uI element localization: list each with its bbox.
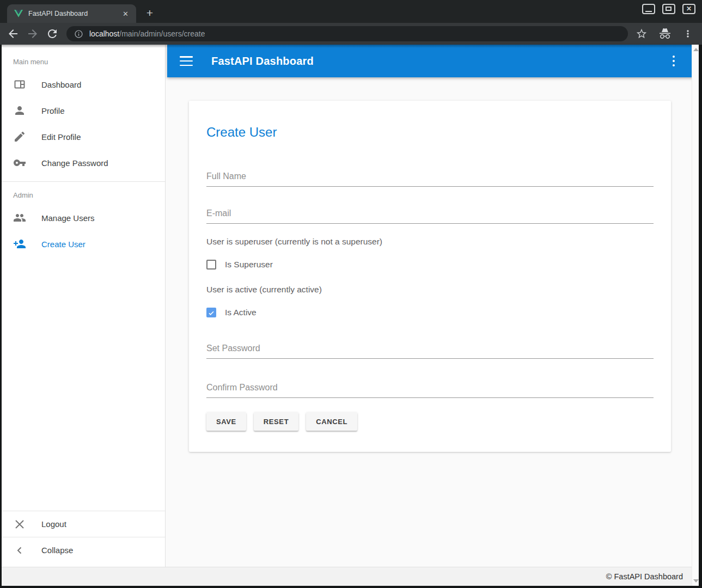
people-icon (13, 211, 26, 224)
tab-close-icon[interactable]: ✕ (120, 9, 131, 19)
browser-tab[interactable]: FastAPI Dashboard ✕ (7, 4, 136, 23)
url-path: /main/admin/users/create (119, 29, 205, 38)
pencil-icon (13, 130, 26, 143)
chevron-left-icon (13, 544, 26, 557)
cancel-button[interactable]: CANCEL (306, 412, 357, 431)
form-buttons: SAVE RESET CANCEL (206, 412, 654, 431)
url-text: localhost/main/admin/users/create (89, 29, 205, 38)
appbar-overflow-menu-icon[interactable] (670, 53, 677, 69)
address-bar[interactable]: localhost/main/admin/users/create (66, 26, 628, 41)
browser-toolbar: localhost/main/admin/users/create (0, 23, 702, 45)
sidebar-item-collapse[interactable]: Collapse (2, 537, 165, 563)
full-name-field[interactable] (206, 170, 654, 187)
page-title: Create User (206, 124, 654, 140)
sidebar-header-admin: Admin (2, 182, 165, 205)
save-button[interactable]: SAVE (206, 412, 246, 431)
minimize-icon (645, 11, 652, 12)
appbar: FastAPI Dashboard (167, 45, 693, 77)
sidebar-item-label: Collapse (41, 546, 73, 555)
sidebar-item-edit-profile[interactable]: Edit Profile (2, 124, 165, 150)
sidebar-item-logout[interactable]: Logout (2, 511, 165, 537)
vue-favicon-icon (14, 10, 23, 17)
tab-title: FastAPI Dashboard (28, 10, 120, 17)
browser-menu-icon[interactable] (682, 28, 693, 39)
maximize-icon (666, 7, 672, 11)
logout-x-icon (13, 518, 26, 531)
refresh-icon[interactable] (46, 27, 59, 40)
appbar-title: FastAPI Dashboard (211, 55, 314, 68)
incognito-icon (658, 27, 672, 40)
page-viewport: Main menu Dashboard Profile Edit Profile… (0, 45, 702, 588)
sidebar-item-label: Edit Profile (41, 132, 81, 142)
sidebar-item-create-user[interactable]: Create User (2, 231, 165, 257)
browser-titlebar: FastAPI Dashboard ✕ + ✕ (0, 0, 702, 23)
back-icon[interactable] (7, 27, 20, 40)
scrollbar-down-arrow[interactable] (693, 579, 699, 583)
confirm-password-field[interactable] (206, 382, 654, 398)
is-active-checkbox[interactable] (206, 308, 216, 317)
active-hint: User is active (currently active) (206, 285, 654, 295)
sidebar-item-label: Logout (41, 519, 66, 529)
sidebar-item-manage-users[interactable]: Manage Users (2, 205, 165, 231)
is-active-label: Is Active (225, 308, 257, 317)
reset-button[interactable]: RESET (254, 412, 298, 431)
sidebar-item-change-password[interactable]: Change Password (2, 150, 165, 176)
active-checkbox-row: Is Active (206, 308, 654, 317)
hamburger-menu-icon[interactable] (180, 56, 193, 66)
footer: © FastAPI Dashboard (2, 567, 692, 586)
bookmark-star-icon[interactable] (636, 28, 648, 40)
sidebar-header-main-menu: Main menu (2, 45, 165, 71)
footer-copyright: © FastAPI Dashboard (606, 567, 683, 586)
sidebar-item-label: Dashboard (41, 80, 81, 89)
key-icon (13, 156, 26, 169)
person-icon (13, 104, 26, 117)
is-superuser-label: Is Superuser (225, 260, 273, 270)
person-add-icon (13, 237, 26, 250)
sidebar: Main menu Dashboard Profile Edit Profile… (2, 45, 166, 567)
create-user-card: Create User User is superuser (currently… (189, 101, 671, 452)
close-icon: ✕ (683, 5, 694, 13)
superuser-hint: User is superuser (currently is not a su… (206, 237, 654, 247)
page-info-icon[interactable] (74, 29, 83, 39)
superuser-checkbox-row: Is Superuser (206, 260, 654, 270)
sidebar-item-dashboard[interactable]: Dashboard (2, 71, 165, 97)
window-close-button[interactable]: ✕ (682, 4, 695, 14)
scrollbar[interactable] (692, 45, 699, 586)
forward-icon[interactable] (26, 27, 39, 40)
set-password-field[interactable] (206, 342, 654, 359)
is-superuser-checkbox[interactable] (206, 260, 216, 270)
email-field[interactable] (206, 207, 654, 224)
sidebar-item-label: Change Password (41, 158, 108, 168)
dashboard-icon (13, 78, 26, 91)
sidebar-item-label: Profile (41, 106, 65, 115)
sidebar-item-label: Manage Users (41, 213, 95, 223)
sidebar-item-profile[interactable]: Profile (2, 97, 165, 124)
window-minimize-button[interactable] (642, 4, 655, 14)
scrollbar-up-arrow[interactable] (693, 48, 699, 51)
new-tab-button[interactable]: + (143, 7, 157, 20)
window-maximize-button[interactable] (662, 4, 675, 14)
url-host: localhost (89, 29, 119, 38)
sidebar-item-label: Create User (41, 240, 86, 249)
